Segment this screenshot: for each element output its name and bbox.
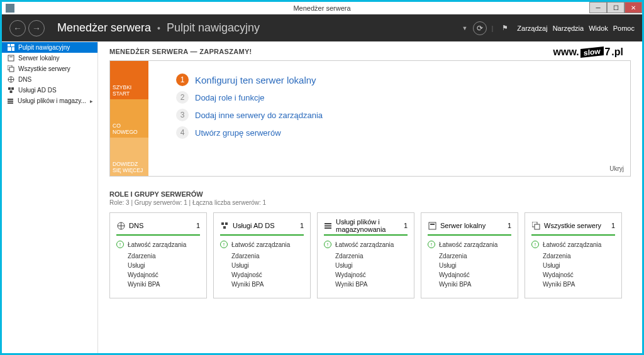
welcome-tiles: SZYBKI START CO NOWEGO DOWIEDZ SIĘ WIĘCE… xyxy=(110,61,148,176)
back-button[interactable]: ← xyxy=(9,20,26,36)
row-events[interactable]: Zdarzenia xyxy=(116,251,200,261)
tile-whatsnew[interactable]: CO NOWEGO xyxy=(110,99,148,138)
close-button[interactable]: ✕ xyxy=(625,2,642,13)
sidebar-item-label: Usługi AD DS xyxy=(18,87,57,94)
step-link[interactable]: Konfiguruj ten serwer lokalny xyxy=(195,75,316,85)
sidebar-item-dashboard[interactable]: Pulpit nawigacyjny xyxy=(2,42,97,53)
row-services[interactable]: Usługi xyxy=(324,261,408,270)
row-bpa[interactable]: Wyniki BPA xyxy=(220,280,304,289)
card-header: DNS 1 xyxy=(116,218,200,233)
row-label: Łatwość zarządzania xyxy=(543,241,601,248)
row-manageability[interactable]: ↑Łatwość zarządzania xyxy=(220,239,304,249)
sidebar-item-storage[interactable]: Usługi plików i magazy... ▸ xyxy=(2,96,97,106)
card-local-server[interactable]: Serwer lokalny 1 ↑Łatwość zarządzania Zd… xyxy=(421,212,518,298)
row-events[interactable]: Zdarzenia xyxy=(220,251,304,261)
row-events[interactable]: Zdarzenia xyxy=(324,251,408,261)
row-performance[interactable]: Wydajność xyxy=(220,270,304,280)
row-performance[interactable]: Wydajność xyxy=(324,270,408,280)
row-manageability[interactable]: ↑Łatwość zarządzania xyxy=(531,239,615,249)
status-up-icon: ↑ xyxy=(531,241,539,248)
row-performance[interactable]: Wydajność xyxy=(531,270,615,280)
forward-button[interactable]: → xyxy=(28,20,45,36)
watermark-post: .pl xyxy=(611,46,623,58)
watermark: www. slow 7 .pl xyxy=(553,46,623,58)
tile-learnmore[interactable]: DOWIEDZ SIĘ WIĘCEJ xyxy=(110,138,148,176)
menu-view[interactable]: Widok xyxy=(589,25,608,32)
servers-icon xyxy=(7,65,14,73)
main-content: www. slow 7 .pl MENEDŻER SERWERA — ZAPRA… xyxy=(98,41,642,353)
role-cards: DNS 1 ↑Łatwość zarządzania Zdarzenia Usł… xyxy=(109,212,631,298)
card-count: 1 xyxy=(196,222,200,229)
row-services[interactable]: Usługi xyxy=(220,261,304,270)
sidebar-item-local-server[interactable]: Serwer lokalny xyxy=(2,53,97,63)
row-bpa[interactable]: Wyniki BPA xyxy=(531,280,615,289)
body: Pulpit nawigacyjny Serwer lokalny Wszyst… xyxy=(2,41,642,353)
sidebar-item-label: DNS xyxy=(18,76,31,83)
dropdown-caret-icon[interactable]: ▼ xyxy=(462,25,468,31)
svg-rect-13 xyxy=(8,101,13,102)
menu-help[interactable]: Pomoc xyxy=(613,25,635,32)
minimize-button[interactable]: ─ xyxy=(589,2,607,13)
row-bpa[interactable]: Wyniki BPA xyxy=(324,280,408,289)
breadcrumb-root[interactable]: Menedżer serwera xyxy=(57,21,151,35)
card-title: Serwer lokalny xyxy=(440,222,486,229)
refresh-button[interactable]: ⟳ xyxy=(473,21,487,35)
svg-rect-3 xyxy=(12,47,14,51)
maximize-button[interactable]: ☐ xyxy=(607,2,625,13)
card-header: Wszystkie serwery 1 xyxy=(531,218,615,233)
card-count: 1 xyxy=(611,222,615,229)
svg-rect-22 xyxy=(429,222,436,229)
card-dns[interactable]: DNS 1 ↑Łatwość zarządzania Zdarzenia Usł… xyxy=(109,212,207,298)
breadcrumb-current: Pulpit nawigacyjny xyxy=(167,21,260,35)
row-manageability[interactable]: ↑Łatwość zarządzania xyxy=(116,239,200,249)
step-link[interactable]: Utwórz grupę serwerów xyxy=(195,128,281,138)
row-label: Zdarzenia xyxy=(128,253,155,259)
svg-rect-25 xyxy=(535,224,540,229)
sidebar-item-adds[interactable]: Usługi AD DS xyxy=(2,85,97,96)
notifications-button[interactable]: ⚑ xyxy=(498,21,512,35)
step-number: 1 xyxy=(176,74,189,86)
row-performance[interactable]: Wydajność xyxy=(116,270,200,280)
row-label: Wydajność xyxy=(128,271,158,278)
card-header: Usługi AD DS 1 xyxy=(220,218,304,233)
card-count: 1 xyxy=(300,222,304,229)
card-storage[interactable]: Usługi plików i magazynowania 1 ↑Łatwość… xyxy=(317,212,414,298)
step-link[interactable]: Dodaj inne serwery do zarządzania xyxy=(195,111,323,120)
sidebar-item-dns[interactable]: DNS xyxy=(2,74,97,85)
card-adds[interactable]: Usługi AD DS 1 ↑Łatwość zarządzania Zdar… xyxy=(213,212,311,298)
chevron-right-icon: ▸ xyxy=(90,98,93,104)
card-all-servers[interactable]: Wszystkie serwery 1 ↑Łatwość zarządzania… xyxy=(525,212,622,298)
row-manageability[interactable]: ↑Łatwość zarządzania xyxy=(428,239,511,249)
hide-link[interactable]: Ukryj xyxy=(609,165,624,172)
menu-tools[interactable]: Narzędzia xyxy=(553,25,584,32)
card-count: 1 xyxy=(404,222,408,229)
header-tools: ▼ ⟳ | ⚑ Zarządzaj Narzędzia Widok Pomoc xyxy=(462,21,635,35)
arrow-right-icon: → xyxy=(32,23,41,33)
row-manageability[interactable]: ↑Łatwość zarządzania xyxy=(324,239,408,249)
sidebar-item-all-servers[interactable]: Wszystkie serwery xyxy=(2,63,97,74)
row-bpa[interactable]: Wyniki BPA xyxy=(116,280,200,289)
row-performance[interactable]: Wydajność xyxy=(428,270,511,280)
row-events[interactable]: Zdarzenia xyxy=(531,251,615,261)
svg-rect-2 xyxy=(8,47,11,51)
window-title: Menedżer serwera xyxy=(2,4,642,12)
row-services[interactable]: Usługi xyxy=(428,261,511,270)
row-services[interactable]: Usługi xyxy=(531,261,615,270)
row-label: Łatwość zarządzania xyxy=(335,241,394,248)
svg-rect-4 xyxy=(8,55,14,61)
svg-rect-12 xyxy=(8,99,13,100)
watermark-badge: slow xyxy=(580,46,604,58)
tile-quickstart[interactable]: SZYBKI START xyxy=(110,61,148,99)
step-configure: 1 Konfiguruj ten serwer lokalny xyxy=(176,74,602,86)
svg-rect-7 xyxy=(9,67,14,72)
row-bpa[interactable]: Wyniki BPA xyxy=(428,280,511,289)
row-events[interactable]: Zdarzenia xyxy=(428,251,511,261)
menu-manage[interactable]: Zarządzaj xyxy=(517,25,547,32)
step-creategroup: 4 Utwórz grupę serwerów xyxy=(176,126,602,139)
tile-label: CO NOWEGO xyxy=(113,123,146,135)
svg-rect-18 xyxy=(223,226,226,229)
adds-icon xyxy=(220,221,229,230)
step-link[interactable]: Dodaj role i funkcje xyxy=(195,93,265,102)
status-line xyxy=(116,234,200,236)
row-services[interactable]: Usługi xyxy=(116,261,200,270)
